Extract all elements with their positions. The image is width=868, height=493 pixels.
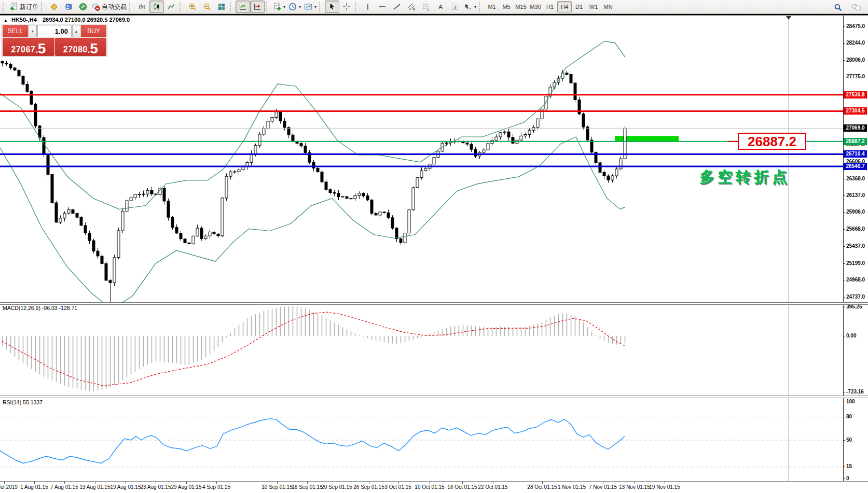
cursor-button[interactable] bbox=[325, 1, 339, 13]
auto-scroll-button[interactable] bbox=[236, 1, 250, 13]
timeframe-button-M30[interactable]: M30 bbox=[528, 1, 543, 12]
collapse-arrow-icon[interactable]: ▲ bbox=[4, 18, 8, 23]
text-button[interactable]: A bbox=[433, 1, 448, 13]
fibonacci-button[interactable]: F bbox=[419, 1, 433, 13]
history-button[interactable] bbox=[47, 1, 61, 13]
timeframe-button-H1[interactable]: H1 bbox=[543, 1, 557, 12]
crosshair-icon bbox=[342, 3, 351, 11]
rsi-tick-label: 80 bbox=[846, 414, 852, 419]
tile-windows-button[interactable] bbox=[214, 1, 229, 13]
time-tick bbox=[126, 482, 126, 484]
new-order-button[interactable]: 新订单 bbox=[8, 1, 40, 13]
rsi-panel[interactable] bbox=[0, 397, 844, 481]
buy-price-button[interactable]: 27080.5 bbox=[55, 38, 107, 56]
zoom-out-icon bbox=[203, 3, 211, 11]
vertical-line-button[interactable] bbox=[361, 1, 375, 13]
volume-decrease-button[interactable]: ▼ bbox=[29, 25, 37, 37]
sell-price-button[interactable]: 27067.5 bbox=[3, 38, 54, 56]
time-tick bbox=[64, 482, 65, 484]
timeframe-button-M1[interactable]: M1 bbox=[485, 1, 499, 12]
macd-panel[interactable] bbox=[0, 304, 844, 396]
time-axis[interactable]: 26 Jul 20191 Aug 01:157 Aug 01:1513 Aug … bbox=[0, 482, 868, 493]
time-tick-label: 19 Aug 01:15 bbox=[111, 484, 141, 490]
price-level-badge: 26710.4 bbox=[844, 150, 867, 158]
market-watch-button[interactable] bbox=[61, 1, 76, 13]
timeframe-button-W1[interactable]: W1 bbox=[586, 1, 601, 12]
timeframe-button-H4[interactable]: H4 bbox=[557, 1, 572, 12]
toolbar-grip[interactable] bbox=[180, 2, 183, 11]
panel-splitter-rsi[interactable] bbox=[0, 396, 868, 398]
price-level-badge: 27069.0 bbox=[844, 124, 867, 132]
toolbar-grip[interactable] bbox=[355, 2, 359, 11]
time-tick bbox=[277, 482, 278, 484]
toolbar-grip[interactable] bbox=[129, 2, 133, 11]
chinese-note-label[interactable]: 多空转折点 bbox=[699, 167, 790, 188]
panel-splitter-macd[interactable] bbox=[0, 302, 868, 305]
timeframe-button-M15[interactable]: M15 bbox=[514, 1, 528, 12]
volume-input[interactable]: 1.00 bbox=[37, 25, 72, 37]
periods-button[interactable]: ▾ bbox=[287, 1, 302, 13]
buy-button[interactable]: BUY bbox=[81, 25, 106, 37]
time-tick bbox=[307, 482, 308, 484]
callout-pointer bbox=[728, 141, 738, 142]
auto-trading-button[interactable]: 自动交易 bbox=[90, 1, 128, 13]
arrows-button[interactable]: ▾ bbox=[462, 1, 478, 13]
toolbar-grip[interactable] bbox=[230, 2, 233, 11]
line-chart-icon bbox=[167, 3, 175, 11]
signals-button[interactable] bbox=[76, 1, 90, 13]
volume-increase-button[interactable]: ▲ bbox=[72, 25, 80, 37]
chat-icon bbox=[851, 3, 862, 11]
toolbar-grip[interactable] bbox=[3, 2, 6, 11]
chart-shift-button[interactable] bbox=[250, 1, 265, 13]
indicators-button[interactable]: ▾ bbox=[271, 1, 287, 13]
toolbar-grip[interactable] bbox=[479, 2, 483, 11]
line-chart-button[interactable] bbox=[164, 1, 178, 13]
timeframe-button-D1[interactable]: D1 bbox=[572, 1, 586, 12]
horizontal-line-button[interactable] bbox=[375, 1, 390, 13]
toolbar-grip[interactable] bbox=[41, 2, 45, 11]
time-tick-label: 20 Sep 01:15 bbox=[321, 484, 352, 490]
toolbar-grip[interactable] bbox=[266, 2, 269, 11]
label-t-icon: T bbox=[451, 3, 459, 11]
rsi-tick-label: 0 bbox=[846, 475, 849, 481]
symbol-period: HK50-,H4 bbox=[11, 17, 37, 23]
time-tick-label: 1 Aug 01:15 bbox=[20, 484, 48, 490]
price-tick-label: 25199.0 bbox=[846, 260, 865, 266]
time-tick bbox=[572, 482, 572, 484]
dropdown-caret-icon: ▾ bbox=[314, 5, 316, 9]
zoom-out-button[interactable] bbox=[200, 1, 214, 13]
equidistant-channel-button[interactable]: E bbox=[404, 1, 419, 13]
toolbar-grip[interactable] bbox=[319, 2, 323, 11]
chart-title: ▲ HK50-,H4 26934.0 27100.0 26920.5 27069… bbox=[4, 17, 130, 23]
main-chart-area[interactable] bbox=[0, 15, 844, 303]
search-button[interactable] bbox=[831, 1, 845, 13]
text-a-icon: A bbox=[438, 4, 442, 10]
sell-price-main: 27067 bbox=[11, 45, 35, 55]
price-callout-label[interactable]: 26887.2 bbox=[738, 133, 806, 150]
svg-text:F: F bbox=[428, 8, 430, 11]
zoom-in-button[interactable] bbox=[185, 1, 200, 13]
crosshair-button[interactable] bbox=[339, 1, 354, 13]
time-tick-label: 26 Jul 2019 bbox=[0, 484, 18, 490]
chart-shift-marker-icon[interactable] bbox=[786, 16, 791, 20]
channel-icon: E bbox=[407, 3, 416, 11]
bar-chart-button[interactable] bbox=[135, 1, 149, 13]
time-tick bbox=[635, 482, 635, 484]
search-icon bbox=[834, 3, 843, 12]
time-tick bbox=[4, 482, 5, 484]
trendline-button[interactable] bbox=[390, 1, 404, 13]
auto-trading-icon bbox=[92, 3, 100, 11]
timeframe-button-M5[interactable]: M5 bbox=[499, 1, 514, 12]
candlestick-chart-icon bbox=[153, 3, 161, 11]
time-tick bbox=[95, 482, 95, 484]
chat-button[interactable] bbox=[849, 1, 864, 13]
time-tick-label: 1 Nov 01:15 bbox=[558, 484, 586, 490]
price-tick-label: 28006.0 bbox=[846, 57, 865, 63]
text-label-button[interactable]: T bbox=[448, 1, 462, 13]
timeframe-button-MN[interactable]: MN bbox=[601, 1, 615, 12]
templates-button[interactable]: ▾ bbox=[302, 1, 318, 13]
time-tick bbox=[398, 482, 398, 484]
sell-button[interactable]: SELL bbox=[3, 25, 28, 37]
time-tick-label: 29 Aug 01:15 bbox=[171, 484, 202, 490]
candlestick-chart-button[interactable] bbox=[149, 1, 164, 13]
